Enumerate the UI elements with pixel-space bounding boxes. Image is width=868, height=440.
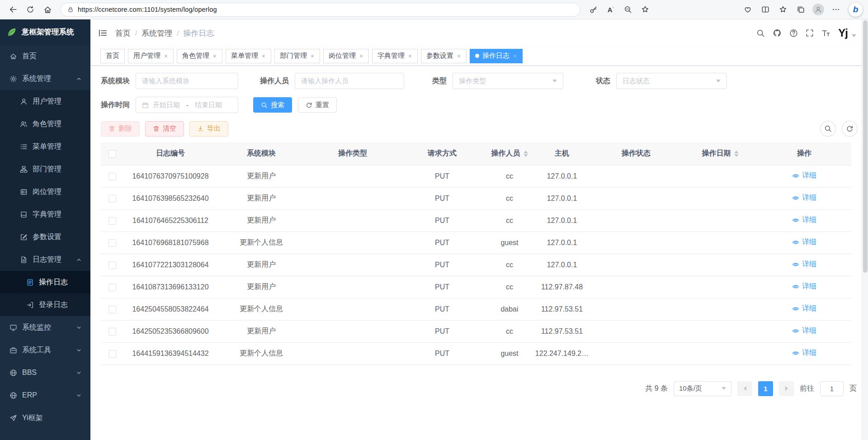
row-checkbox[interactable] xyxy=(108,284,116,291)
scrollbar-thumb[interactable] xyxy=(863,20,868,273)
sidebar-item-monitor[interactable]: 系统监控 xyxy=(0,316,90,339)
sidebar-item-tools[interactable]: 系统工具 xyxy=(0,339,90,361)
sidebar-item-menu[interactable]: 菜单管理 xyxy=(0,135,90,158)
sidebar-item-user[interactable]: 用户管理 xyxy=(0,90,90,113)
close-icon[interactable] xyxy=(408,54,412,58)
address-bar[interactable]: https://ccnetcore.com:1101/system/log/op… xyxy=(61,3,580,17)
detail-link[interactable]: 详细 xyxy=(792,348,816,358)
close-icon[interactable] xyxy=(164,54,168,58)
detail-link[interactable]: 详细 xyxy=(792,193,816,203)
tab-字典管理[interactable]: 字典管理 xyxy=(372,49,418,63)
export-button[interactable]: 导出 xyxy=(189,121,228,137)
tab-角色管理[interactable]: 角色管理 xyxy=(177,49,222,63)
tab-参数设置[interactable]: 参数设置 xyxy=(421,49,467,63)
close-icon[interactable] xyxy=(457,54,461,58)
browser-essentials-button[interactable] xyxy=(740,2,755,17)
refresh-table-button[interactable] xyxy=(842,121,858,137)
sidebar-logo[interactable]: 意框架管理系统 xyxy=(0,19,90,45)
row-checkbox[interactable] xyxy=(108,239,116,247)
next-page-button[interactable] xyxy=(779,381,794,396)
sidebar-item-operlog[interactable]: 操作日志 xyxy=(0,271,90,293)
bing-logo[interactable]: b xyxy=(849,3,863,17)
sidebar-item-home[interactable]: 首页 xyxy=(0,45,90,67)
github-icon[interactable] xyxy=(773,28,782,38)
row-checkbox[interactable] xyxy=(108,195,116,203)
select-all-checkbox[interactable] xyxy=(108,150,116,158)
close-icon[interactable] xyxy=(513,54,517,58)
row-checkbox[interactable] xyxy=(108,261,116,269)
close-icon[interactable] xyxy=(261,54,266,58)
detail-link[interactable]: 详细 xyxy=(792,215,816,225)
fullscreen-icon[interactable] xyxy=(806,29,814,37)
module-input[interactable]: 请输入系统模块 xyxy=(136,73,238,89)
close-icon[interactable] xyxy=(310,54,315,58)
page-number-button[interactable]: 1 xyxy=(758,381,773,396)
delete-button[interactable]: 删除 xyxy=(101,121,140,137)
add-favorite-button[interactable] xyxy=(637,2,653,17)
tab-首页[interactable]: 首页 xyxy=(100,49,125,63)
operator-input[interactable]: 请输入操作人员 xyxy=(295,73,404,89)
row-checkbox[interactable] xyxy=(108,350,116,358)
favorites-button[interactable] xyxy=(775,2,791,17)
clear-button[interactable]: 清空 xyxy=(145,121,184,137)
column-header-8[interactable]: 操作日期 xyxy=(683,142,757,165)
sidebar-toggle-button[interactable] xyxy=(98,28,108,38)
detail-link[interactable]: 详细 xyxy=(792,260,816,269)
row-checkbox[interactable] xyxy=(108,306,116,313)
sidebar-item-erp[interactable]: ERP xyxy=(0,384,90,407)
type-select[interactable]: 操作类型 xyxy=(453,73,563,89)
read-aloud-button[interactable]: Aᐠ xyxy=(603,2,618,17)
profile-button[interactable] xyxy=(811,2,826,17)
toggle-search-button[interactable] xyxy=(820,121,836,137)
password-manager-button[interactable] xyxy=(586,2,601,17)
column-header-5[interactable]: 操作人员 xyxy=(484,142,535,165)
tab-岗位管理[interactable]: 岗位管理 xyxy=(323,49,369,63)
header-search-icon[interactable] xyxy=(756,29,765,38)
sidebar-item-dept[interactable]: 部门管理 xyxy=(0,158,90,180)
prev-page-button[interactable] xyxy=(737,381,752,396)
row-checkbox[interactable] xyxy=(108,173,116,180)
sidebar-item-bbs[interactable]: BBS xyxy=(0,361,90,384)
tab-操作日志[interactable]: 操作日志 xyxy=(470,49,523,63)
help-icon[interactable] xyxy=(789,29,798,38)
breadcrumb-item[interactable]: 系统管理 xyxy=(142,28,172,38)
sort-icon[interactable] xyxy=(734,151,739,157)
breadcrumb-item[interactable]: 首页 xyxy=(115,28,131,38)
browser-menu-button[interactable] xyxy=(828,2,844,17)
tab-菜单管理[interactable]: 菜单管理 xyxy=(226,49,271,63)
detail-link[interactable]: 详细 xyxy=(792,326,816,336)
sidebar-item-loginlog[interactable]: 登录日志 xyxy=(0,293,90,316)
tab-用户管理[interactable]: 用户管理 xyxy=(128,49,174,63)
collections-button[interactable] xyxy=(793,2,808,17)
sidebar-item-dict[interactable]: 字典管理 xyxy=(0,203,90,226)
sidebar-item-yi[interactable]: Yi框架 xyxy=(0,407,90,429)
page-scrollbar[interactable] xyxy=(862,19,868,440)
browser-home-button[interactable] xyxy=(40,2,55,17)
user-menu-caret-icon[interactable] xyxy=(852,34,856,37)
split-screen-button[interactable] xyxy=(758,2,773,17)
reset-button[interactable]: 重置 xyxy=(298,97,337,113)
sort-icon[interactable] xyxy=(524,151,528,157)
row-checkbox[interactable] xyxy=(108,328,116,336)
page-size-select[interactable]: 10条/页 xyxy=(674,381,731,396)
sidebar-item-post[interactable]: 岗位管理 xyxy=(0,180,90,203)
browser-refresh-button[interactable] xyxy=(23,2,38,17)
browser-back-button[interactable] xyxy=(5,2,21,17)
date-range-input[interactable]: 开始日期 - 结束日期 xyxy=(136,97,238,113)
detail-link[interactable]: 详细 xyxy=(792,304,816,313)
font-size-icon[interactable] xyxy=(821,28,830,38)
user-logo[interactable]: Yj xyxy=(838,27,848,39)
detail-link[interactable]: 详细 xyxy=(792,237,816,247)
row-checkbox[interactable] xyxy=(108,217,116,225)
close-icon[interactable] xyxy=(359,54,363,58)
close-icon[interactable] xyxy=(212,54,217,58)
status-select[interactable]: 日志状态 xyxy=(616,73,727,89)
sidebar-item-role[interactable]: 角色管理 xyxy=(0,113,90,135)
detail-link[interactable]: 详细 xyxy=(792,171,816,180)
detail-link[interactable]: 详细 xyxy=(792,282,816,291)
sidebar-item-config[interactable]: 参数设置 xyxy=(0,226,90,248)
tab-部门管理[interactable]: 部门管理 xyxy=(274,49,320,63)
zoom-out-button[interactable] xyxy=(620,2,636,17)
sidebar-item-log[interactable]: 日志管理 xyxy=(0,248,90,271)
goto-page-input[interactable]: 1 xyxy=(820,381,844,396)
